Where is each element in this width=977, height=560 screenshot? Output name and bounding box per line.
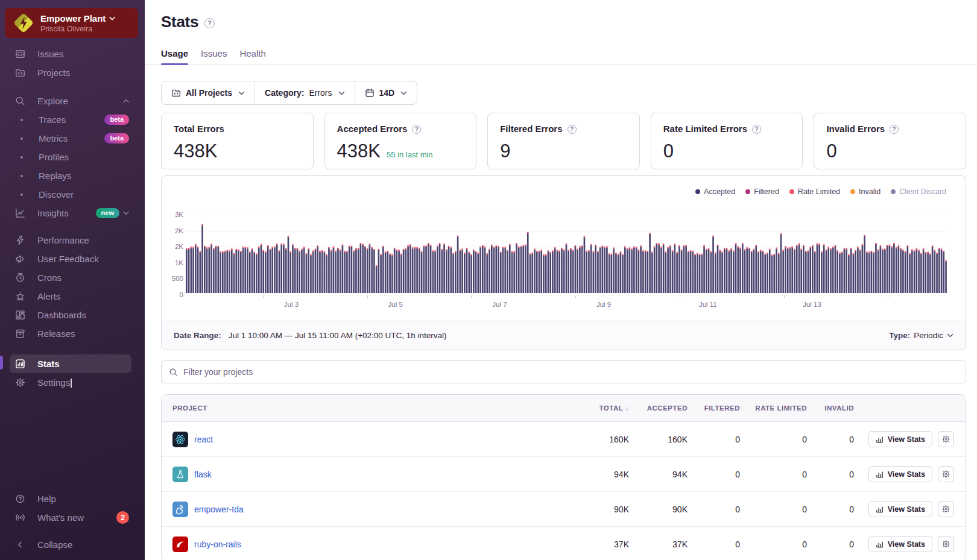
project-link[interactable]: ruby-on-rails [194, 540, 241, 549]
filtered-value: 0 [688, 470, 740, 479]
sidebar-item-performance[interactable]: Performance [0, 231, 145, 250]
project-row-ruby-on-rails: ruby-on-rails 37K 37K 0 0 0 View Stats [162, 527, 966, 560]
page-help-icon[interactable]: ? [204, 18, 215, 28]
total-value: 90K [575, 505, 629, 514]
sidebar-item-stats[interactable]: Stats [10, 354, 131, 373]
type-label: Type: [889, 331, 910, 340]
project-row-flask: flask 94K 94K 0 0 0 View Stats [162, 457, 966, 492]
project-link[interactable]: flask [194, 470, 212, 479]
sidebar-item-insights[interactable]: Insightsnew [0, 204, 145, 222]
sidebar-item-collapse[interactable]: Collapse [0, 535, 145, 554]
sidebar-item-discover[interactable]: Discover [0, 185, 145, 204]
whats-new-count-badge: 2 [116, 511, 129, 524]
project-link[interactable]: empower-tda [194, 505, 244, 514]
beta-badge: beta [104, 133, 129, 143]
tab-usage[interactable]: Usage [161, 48, 188, 64]
col-invalid[interactable]: INVALID [807, 404, 854, 412]
x-axis-tick [471, 295, 472, 298]
chevron-up-icon [123, 99, 129, 103]
bars-svg [186, 214, 947, 295]
projects-icon [171, 88, 181, 98]
x-axis-tick [575, 295, 576, 298]
col-filtered[interactable]: FILTERED [688, 404, 740, 412]
issues-icon [14, 49, 25, 60]
sidebar-item-projects[interactable]: Projects [0, 63, 145, 82]
sidebar-footer: HelpWhat's new2Collapse [0, 489, 145, 560]
sidebar-item-explore[interactable]: Explore [0, 92, 145, 110]
project-filter-dropdown[interactable]: All Projects [162, 81, 255, 104]
view-stats-button[interactable]: View Stats [868, 501, 932, 517]
table-body: react 160K 160K 0 0 0 View Stats flask 9… [162, 422, 966, 560]
category-label: Category: [265, 88, 304, 98]
invalid-value: 0 [807, 540, 854, 549]
card-help-icon[interactable]: ? [890, 125, 899, 134]
accepted-value: 94K [629, 470, 688, 479]
sidebar-item-user-feedback[interactable]: User Feedback [0, 250, 145, 268]
category-filter-dropdown[interactable]: Category: Errors [255, 81, 354, 104]
chart-plot: 05001K2K2K3K [186, 215, 946, 295]
sidebar-item-alerts[interactable]: Alerts [0, 287, 145, 306]
sidebar-item-issues[interactable]: Issues [0, 45, 145, 63]
project-search [161, 360, 966, 383]
sidebar-item-metrics[interactable]: Metricsbeta [0, 129, 145, 148]
beta-badge: beta [104, 115, 129, 125]
gear-icon [941, 435, 950, 444]
rate-limited-value: 0 [740, 470, 807, 479]
rate-limited-value: 0 [740, 505, 807, 514]
sidebar-item-releases[interactable]: Releases [0, 324, 145, 343]
main-area: Stats ? UsageIssuesHealth All Projects C… [145, 0, 977, 560]
view-stats-button[interactable]: View Stats [868, 431, 932, 447]
accepted-value: 37K [629, 540, 688, 549]
sidebar-item-help[interactable]: Help [0, 489, 145, 508]
legend-item-client-discard[interactable]: Client Discard [891, 187, 946, 196]
tab-health[interactable]: Health [239, 48, 265, 64]
invalid-value: 0 [807, 470, 854, 479]
project-settings-button[interactable] [938, 431, 954, 447]
card-help-icon[interactable]: ? [752, 125, 761, 134]
sidebar-item-crons[interactable]: Crons [0, 268, 145, 287]
sidebar-item-settings[interactable]: Settings [0, 373, 145, 392]
projects-icon [14, 68, 25, 78]
view-stats-button[interactable]: View Stats [868, 466, 932, 482]
date-range-dropdown[interactable]: 14D [355, 81, 417, 104]
legend-item-invalid[interactable]: Invalid [850, 187, 881, 196]
react-platform-icon [172, 432, 188, 447]
view-stats-button[interactable]: View Stats [868, 536, 932, 552]
stat-card-accepted-errors: Accepted Errors? 438K55 in last min [324, 113, 477, 169]
col-rate-limited[interactable]: RATE LIMITED [740, 404, 807, 412]
legend-item-rate-limited[interactable]: Rate Limited [789, 187, 840, 196]
project-row-empower-tda: empower-tda 90K 90K 0 0 0 View Stats [162, 492, 966, 527]
sidebar-item-dashboards[interactable]: Dashboards [0, 306, 145, 324]
legend-dot [745, 189, 750, 194]
sidebar-item-whats-new[interactable]: What's new2 [0, 508, 145, 527]
project-search-input[interactable] [183, 367, 958, 377]
sidebar-item-traces[interactable]: Tracesbeta [0, 110, 145, 129]
filtered-value: 0 [688, 505, 740, 514]
total-value: 37K [575, 540, 629, 549]
settings-icon [14, 377, 25, 388]
project-link[interactable]: react [194, 435, 213, 444]
card-help-icon[interactable]: ? [568, 125, 577, 134]
sidebar-item-replays[interactable]: Replays [0, 166, 145, 185]
rate-limited-value: 0 [740, 540, 807, 549]
filter-bar: All Projects Category: Errors 14D [161, 81, 417, 105]
project-filter-value: All Projects [186, 88, 232, 98]
legend-item-filtered[interactable]: Filtered [745, 187, 779, 196]
y-axis-label: 2K [163, 243, 183, 250]
org-switcher[interactable]: Empower Plant Priscila Oliveira [5, 8, 138, 38]
legend-item-accepted[interactable]: Accepted [695, 187, 735, 196]
col-total[interactable]: TOTAL ↓ [575, 404, 629, 412]
crons-icon [14, 272, 25, 283]
x-axis-label: Jul 11 [699, 301, 717, 308]
project-settings-button[interactable] [938, 536, 954, 552]
project-row-react: react 160K 160K 0 0 0 View Stats [162, 422, 966, 457]
filtered-value: 0 [688, 435, 740, 444]
card-help-icon[interactable]: ? [412, 125, 421, 134]
project-settings-button[interactable] [938, 501, 954, 517]
tab-issues[interactable]: Issues [201, 48, 227, 64]
type-dropdown[interactable]: Type: Periodic [889, 331, 953, 340]
chevron-down-icon [238, 91, 245, 95]
sidebar-item-profiles[interactable]: Profiles [0, 148, 145, 166]
project-settings-button[interactable] [938, 466, 954, 482]
col-accepted[interactable]: ACCEPTED [629, 404, 688, 412]
